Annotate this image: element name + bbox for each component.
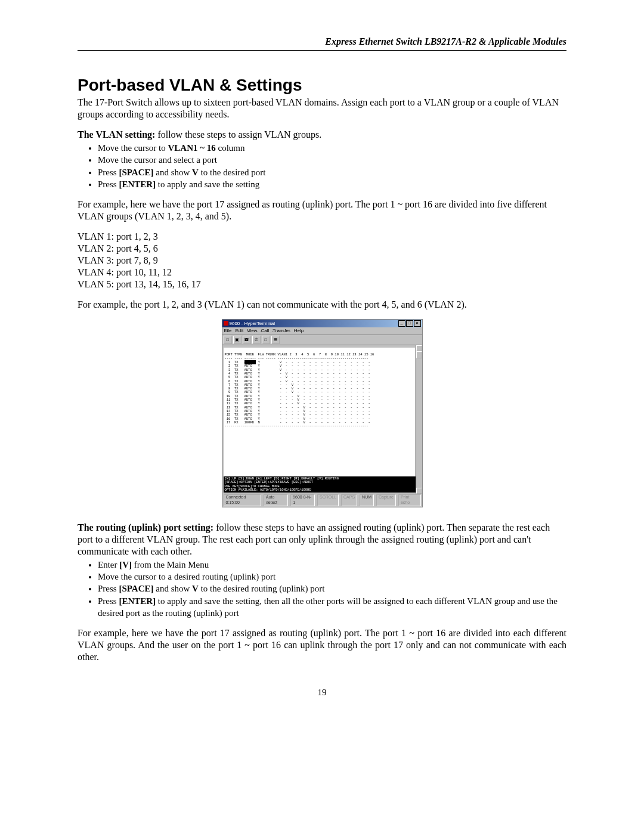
statusbar: Connected 0:15:00Auto detect9600 8-N-1SC… (222, 494, 422, 507)
list-item: Press [SPACE] and show V to the desired … (98, 583, 566, 594)
toolbar-new-icon[interactable]: □ (224, 336, 232, 344)
menubar: FileEditViewCallTransferHelp (222, 327, 422, 335)
vlan-line: VLAN 5: port 13, 14, 15, 16, 17 (78, 278, 566, 290)
routing-label: The routing (uplink) port setting: (78, 522, 213, 532)
toolbar-connect-icon[interactable]: ☎ (243, 336, 251, 344)
vlan-setting-label: The VLAN setting: (78, 129, 155, 140)
status-cell: Print echo (398, 494, 421, 506)
example2-text: For example, the port 1, 2, and 3 (VLAN … (78, 299, 566, 311)
list-item: Press [ENTER] to apply and save the sett… (98, 178, 566, 190)
status-cell: Connected 0:15:00 (224, 494, 261, 506)
list-item: Enter [V] from the Main Menu (98, 559, 566, 571)
status-cell: Capture (376, 494, 396, 506)
scrollbar[interactable] (416, 345, 422, 494)
page-number: 19 (78, 687, 566, 698)
vlan-setting-intro: The VLAN setting: follow these steps to … (78, 129, 566, 141)
hyperterminal-screenshot: 9600 - HyperTerminal _□× FileEditViewCal… (222, 319, 423, 507)
menu-call[interactable]: Call (261, 328, 269, 333)
vlan-line: VLAN 3: port 7, 8, 9 (78, 255, 566, 267)
menu-file[interactable]: File (224, 328, 232, 333)
toolbar-send-icon[interactable]: □ (262, 336, 270, 344)
vlan-line: VLAN 1: port 1, 2, 3 (78, 231, 566, 243)
status-cell: SCROLL (317, 494, 339, 506)
terminal-area: PORT TYPE MODE FLW TRUNK VLAN1 2 3 4 5 6… (222, 345, 422, 494)
vlan-line: VLAN 2: port 4, 5, 6 (78, 243, 566, 255)
doc-header: Express Ethernet Switch LB9217A-R2 & App… (78, 36, 566, 48)
terminal-footer: [W]:UP [S]:DOWN [A]:LEFT [D]:RIGHT [R]:D… (224, 476, 421, 493)
window-title: 9600 - HyperTerminal (230, 321, 275, 326)
maximize-button[interactable]: □ (406, 320, 413, 327)
app-icon (224, 321, 228, 326)
example1-text: For example, here we have the port 17 as… (78, 199, 566, 222)
vlan-assignments: VLAN 1: port 1, 2, 3VLAN 2: port 4, 5, 6… (78, 231, 566, 290)
vlan-steps-list: Move the cursor to VLAN1 ~ 16 columnMove… (78, 142, 566, 190)
vlan-line: VLAN 4: port 10, 11, 12 (78, 267, 566, 278)
window-buttons: _□× (398, 320, 421, 327)
toolbar-properties-icon[interactable]: ☰ (271, 336, 280, 344)
toolbar-open-icon[interactable]: ▣ (233, 336, 242, 344)
intro-text: The 17-Port Switch allows up to sixteen … (78, 97, 566, 120)
window-titlebar: 9600 - HyperTerminal _□× (222, 320, 422, 327)
status-cell: CAPS (341, 494, 357, 506)
menu-help[interactable]: Help (294, 328, 304, 333)
list-item: Move the cursor to a desired routing (up… (98, 571, 566, 583)
list-item: Move the cursor and select a port (98, 154, 566, 166)
status-cell: 9600 8-N-1 (290, 494, 315, 506)
list-item: Press [ENTER] to apply and save the sett… (98, 595, 566, 620)
example3-text: For example, here we have the port 17 as… (78, 627, 566, 663)
close-button[interactable]: × (414, 320, 421, 327)
toolbar: □ ▣ ☎ ✆ □ ☰ (222, 335, 422, 345)
toolbar-disconnect-icon[interactable]: ✆ (252, 336, 261, 344)
header-rule (78, 50, 566, 51)
vlan-setting-follow: follow these steps to assign VLAN groups… (155, 129, 321, 140)
list-item: Press [SPACE] and show V to the desired … (98, 166, 566, 178)
menu-transfer[interactable]: Transfer (273, 328, 290, 333)
minimize-button[interactable]: _ (398, 320, 405, 327)
status-cell: NUM (360, 494, 374, 506)
scrollbar-thumb[interactable] (416, 351, 422, 358)
routing-intro: The routing (uplink) port setting: follo… (78, 522, 566, 558)
terminal-output: PORT TYPE MODE FLW TRUNK VLAN1 2 3 4 5 6… (224, 348, 415, 476)
menu-view[interactable]: View (247, 328, 257, 333)
routing-steps-list: Enter [V] from the Main MenuMove the cur… (78, 559, 566, 619)
list-item: Move the cursor to VLAN1 ~ 16 column (98, 142, 566, 154)
menu-edit[interactable]: Edit (235, 328, 243, 333)
status-cell: Auto detect (264, 494, 288, 506)
page-title: Port-based VLAN & Settings (78, 75, 566, 95)
